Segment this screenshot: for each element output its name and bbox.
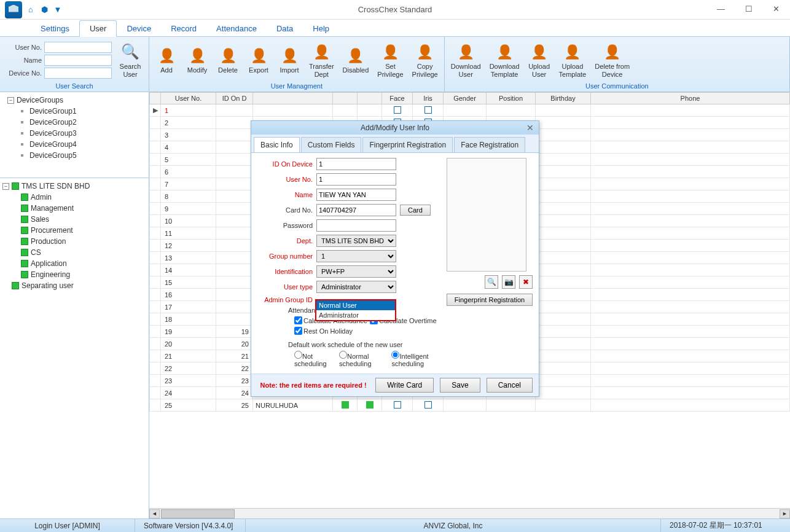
scroll-left-icon[interactable]: ◄ — [149, 509, 160, 518]
menu-record[interactable]: Record — [161, 21, 206, 36]
dept-select[interactable]: TMS LITE SDN BHD — [316, 235, 396, 247]
table-row[interactable]: 2525NURULHUDA — [150, 399, 790, 412]
password-input[interactable] — [316, 219, 396, 232]
add-button[interactable]: Add — [152, 44, 181, 75]
device-group-item[interactable]: DeviceGroup1 — [2, 106, 146, 117]
sched-intelligent-radio[interactable]: Intelligent scheduling — [391, 351, 440, 367]
disabled-button[interactable]: Disabled — [339, 44, 373, 75]
table-row[interactable]: ▶1 — [150, 104, 790, 117]
search-userno-input[interactable] — [44, 42, 112, 53]
search-user-button[interactable]: 🔍 Search User — [115, 41, 145, 79]
minimize-button[interactable]: — — [707, 0, 735, 17]
device-group-item[interactable]: DeviceGroup2 — [2, 117, 146, 128]
menu-data[interactable]: Data — [267, 21, 303, 36]
iris-checkbox[interactable] — [424, 401, 432, 409]
cardno-input[interactable] — [316, 204, 396, 216]
rest-holiday-checkbox[interactable]: Rest On Holiday — [294, 327, 353, 335]
scroll-thumb[interactable] — [161, 509, 235, 518]
dept-item[interactable]: Sales — [2, 214, 146, 225]
name-input[interactable] — [316, 189, 396, 201]
tab-fingerprint[interactable]: Fingerprint Registration — [362, 137, 453, 152]
menu-attendance[interactable]: Attendance — [206, 21, 267, 36]
setpriv-button[interactable]: Set Privilege — [373, 41, 407, 79]
card-button[interactable]: Card — [400, 205, 431, 216]
face-checkbox[interactable] — [394, 401, 401, 409]
import-button[interactable]: Import — [275, 44, 304, 75]
scroll-right-icon[interactable]: ► — [780, 509, 790, 518]
delfrom-button[interactable]: Delete from Device — [591, 41, 633, 79]
usertype-option-normal[interactable]: Normal User — [316, 300, 395, 310]
close-button[interactable]: ✕ — [762, 0, 790, 17]
dept-item[interactable]: Admin — [2, 192, 146, 203]
grid-col-iris[interactable]: Iris — [413, 93, 444, 104]
usertype-option-admin[interactable]: Administrator — [316, 310, 395, 320]
grid-col-userno[interactable]: User No. — [161, 93, 216, 104]
cancel-button[interactable]: Cancel — [487, 378, 533, 393]
grid-col-face[interactable]: Face — [382, 93, 413, 104]
id-on-device-input[interactable] — [316, 158, 396, 170]
userno-input[interactable] — [316, 173, 396, 186]
transfer-button[interactable]: Transfer Dept — [305, 41, 338, 79]
fingerprint-reg-button[interactable]: Fingerprint Registration — [447, 294, 533, 306]
search-deviceno-input[interactable] — [44, 68, 112, 79]
export-button[interactable]: Export — [244, 44, 273, 75]
menu-help[interactable]: Help — [303, 21, 339, 36]
tab-custom-fields[interactable]: Custom Fields — [301, 137, 362, 152]
modal-close-button[interactable]: ✕ — [526, 123, 534, 133]
dept-extra-label[interactable]: Separating user — [22, 281, 74, 290]
grid-col-fp1[interactable] — [333, 93, 358, 104]
grid-col-birthday[interactable]: Birthday — [536, 93, 591, 104]
dept-root-label[interactable]: TMS LITE SDN BHD — [22, 182, 90, 190]
search-name-input[interactable] — [44, 55, 112, 66]
ultmpl-button[interactable]: Upload Template — [555, 41, 590, 79]
camera-icon[interactable]: 📷 — [502, 275, 515, 289]
sched-normal-radio[interactable]: Normal scheduling — [339, 351, 383, 367]
grid-col-phone[interactable]: Phone — [591, 93, 790, 104]
uluser-button[interactable]: Upload User — [525, 41, 554, 79]
dept-item[interactable]: Management — [2, 203, 146, 214]
device-group-item[interactable]: DeviceGroup5 — [2, 150, 146, 161]
shield-icon[interactable]: ▼ — [53, 5, 63, 15]
iris-checkbox[interactable] — [424, 106, 432, 114]
ident-select[interactable]: PW+FP — [316, 265, 396, 278]
delete-photo-icon[interactable]: ✖ — [519, 275, 533, 289]
tree-toggle-icon[interactable]: − — [7, 97, 14, 104]
grid-col-name[interactable] — [253, 93, 333, 104]
zoom-icon[interactable]: 🔍 — [485, 275, 498, 289]
sched-not-radio[interactable]: Not scheduling — [294, 351, 330, 367]
grid-col-fp2[interactable] — [358, 93, 382, 104]
grid-col-gender[interactable]: Gender — [444, 93, 487, 104]
grid-col-idond[interactable]: ID On D — [216, 93, 253, 104]
group-select[interactable]: 1 — [316, 250, 396, 262]
device-tree[interactable]: −DeviceGroups DeviceGroup1DeviceGroup2De… — [0, 92, 149, 178]
dept-item[interactable]: Engineering — [2, 269, 146, 280]
modify-button[interactable]: Modify — [182, 44, 212, 75]
grid-col-position[interactable]: Position — [487, 93, 536, 104]
dept-item[interactable]: Procurement — [2, 225, 146, 236]
menu-device[interactable]: Device — [117, 21, 161, 36]
tab-face[interactable]: Face Registration — [454, 137, 525, 152]
anviz-icon[interactable]: ⬢ — [39, 5, 49, 15]
copypriv-button[interactable]: Copy Privilege — [409, 41, 442, 79]
dluser-button[interactable]: Download User — [447, 41, 485, 79]
horizontal-scrollbar[interactable]: ◄ ► — [149, 508, 790, 518]
menu-user[interactable]: User — [79, 20, 117, 37]
tab-basic-info[interactable]: Basic Info — [254, 137, 300, 152]
device-group-item[interactable]: DeviceGroup4 — [2, 139, 146, 150]
home-icon[interactable]: ⌂ — [26, 5, 36, 15]
save-button[interactable]: Save — [440, 378, 480, 393]
usertype-select[interactable]: Administrator — [316, 281, 396, 293]
tree-toggle-icon[interactable]: − — [2, 183, 9, 190]
usertype-dropdown-list[interactable]: Normal User Administrator — [315, 299, 396, 321]
tree-root-label[interactable]: DeviceGroups — [17, 96, 63, 104]
menu-settings[interactable]: Settings — [31, 21, 79, 36]
dept-item[interactable]: Production — [2, 236, 146, 247]
delete-button[interactable]: Delete — [213, 44, 243, 75]
write-card-button[interactable]: Write Card — [375, 378, 434, 393]
device-group-item[interactable]: DeviceGroup3 — [2, 128, 146, 139]
face-checkbox[interactable] — [394, 106, 401, 114]
maximize-button[interactable]: ☐ — [735, 0, 762, 17]
dept-item[interactable]: CS — [2, 247, 146, 258]
dept-item[interactable]: Application — [2, 258, 146, 269]
dltmpl-button[interactable]: Download Template — [486, 41, 523, 79]
